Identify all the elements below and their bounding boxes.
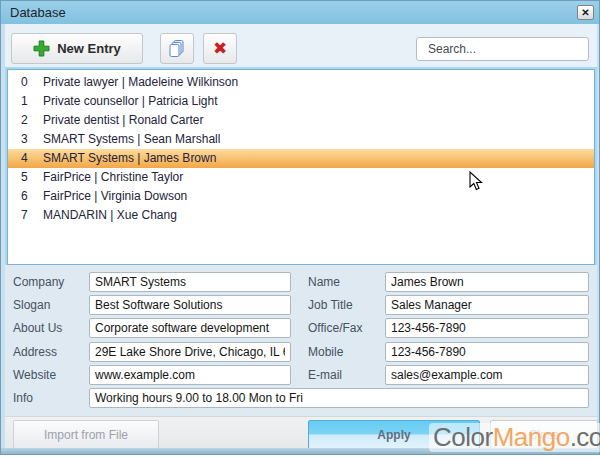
list-item-text: SMART Systems | Sean Marshall <box>43 132 220 146</box>
list-item-index: 5 <box>21 168 34 187</box>
info-field[interactable] <box>89 388 589 408</box>
address-field[interactable] <box>89 342 291 362</box>
copy-icon <box>167 39 187 59</box>
website-label: Website <box>13 368 56 382</box>
plus-icon <box>33 40 50 57</box>
watermark-part2: Mango <box>493 422 570 453</box>
website-field[interactable] <box>89 365 291 385</box>
list-item[interactable]: 5FairPrice | Christine Taylor <box>8 168 594 187</box>
slogan-field[interactable] <box>89 295 291 315</box>
list-item-index: 4 <box>21 149 34 168</box>
name-field[interactable] <box>385 272 589 292</box>
list-item-index: 1 <box>21 92 34 111</box>
info-label: Info <box>13 391 33 405</box>
job-title-field[interactable] <box>385 295 589 315</box>
list-item-index: 2 <box>21 111 34 130</box>
office-fax-label: Office/Fax <box>308 321 362 335</box>
watermark-part3: .com <box>570 422 600 453</box>
colormango-watermark: ColorMango.com <box>429 423 600 452</box>
list-item[interactable]: 7MANDARIN | Xue Chang <box>8 206 594 225</box>
list-item-text: Private lawyer | Madeleine Wilkinson <box>43 75 238 89</box>
database-dialog: Database ✕ New Entry ✖ 0Private lawyer |… <box>0 0 600 455</box>
list-item[interactable]: 3SMART Systems | Sean Marshall <box>8 130 594 149</box>
list-item[interactable]: 1Private counsellor | Patricia Light <box>8 92 594 111</box>
about-us-label: About Us <box>13 321 62 335</box>
new-entry-button[interactable]: New Entry <box>11 33 143 64</box>
copy-entry-button[interactable] <box>160 33 194 64</box>
company-field[interactable] <box>89 272 291 292</box>
job-title-label: Job Title <box>308 298 353 312</box>
search-input[interactable] <box>428 42 583 56</box>
office-fax-field[interactable] <box>385 318 589 338</box>
detail-form: Company Name Slogan Job Title About Us O… <box>5 265 597 416</box>
search-box[interactable] <box>416 37 589 61</box>
mobile-label: Mobile <box>308 345 343 359</box>
list-item[interactable]: 4SMART Systems | James Brown <box>8 149 594 168</box>
entry-list[interactable]: 0Private lawyer | Madeleine Wilkinson 1P… <box>7 69 595 265</box>
email-label: E-mail <box>308 368 342 382</box>
close-icon: ✕ <box>581 7 589 18</box>
titlebar[interactable]: Database ✕ <box>1 1 599 24</box>
window-close-button[interactable]: ✕ <box>577 5 594 20</box>
list-item-index: 0 <box>21 73 34 92</box>
address-label: Address <box>13 345 57 359</box>
watermark-part1: Color <box>433 422 493 453</box>
list-item-index: 3 <box>21 130 34 149</box>
list-item-text: Private dentist | Ronald Carter <box>43 113 204 127</box>
list-item-index: 7 <box>21 206 34 225</box>
about-us-field[interactable] <box>89 318 291 338</box>
list-item-text: SMART Systems | James Brown <box>43 151 216 165</box>
email-field[interactable] <box>385 365 589 385</box>
list-item-text: MANDARIN | Xue Chang <box>43 208 177 222</box>
mobile-field[interactable] <box>385 342 589 362</box>
list-item-text: Private counsellor | Patricia Light <box>43 94 218 108</box>
delete-icon: ✖ <box>213 40 227 57</box>
delete-entry-button[interactable]: ✖ <box>203 33 237 64</box>
list-item[interactable]: 0Private lawyer | Madeleine Wilkinson <box>8 73 594 92</box>
import-from-file-button[interactable]: Import from File <box>13 420 159 449</box>
window-title: Database <box>10 5 66 20</box>
list-item-text: FairPrice | Christine Taylor <box>43 170 183 184</box>
mouse-cursor-icon <box>469 171 483 192</box>
new-entry-label: New Entry <box>57 41 121 56</box>
slogan-label: Slogan <box>13 298 50 312</box>
company-label: Company <box>13 275 64 289</box>
list-item[interactable]: 6FairPrice | Virginia Dowson <box>8 187 594 206</box>
list-item-index: 6 <box>21 187 34 206</box>
name-label: Name <box>308 275 340 289</box>
list-item[interactable]: 2Private dentist | Ronald Carter <box>8 111 594 130</box>
list-item-text: FairPrice | Virginia Dowson <box>43 189 187 203</box>
